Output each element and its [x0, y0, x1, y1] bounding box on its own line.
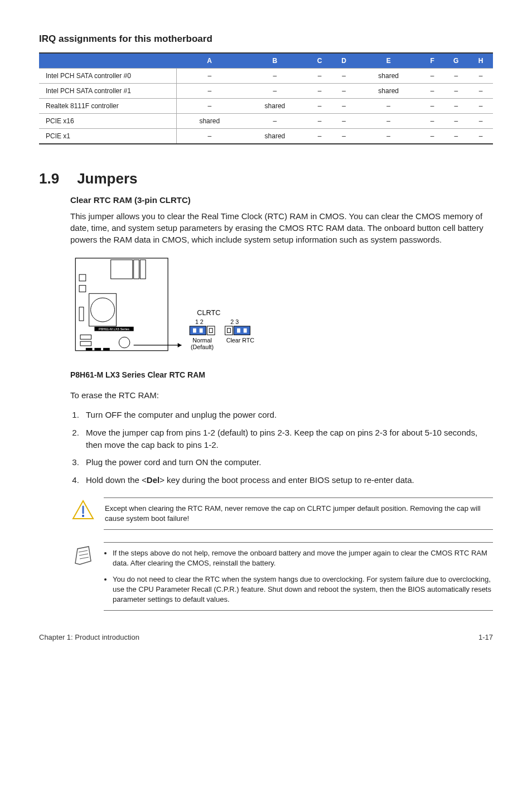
- svg-rect-18: [190, 326, 206, 335]
- cell: –: [421, 129, 443, 144]
- row-label: Intel PCH SATA controller #0: [39, 69, 177, 84]
- cell: shared: [243, 99, 308, 114]
- warning-text: Except when clearing the RTC RAM, never …: [104, 497, 493, 530]
- svg-rect-22: [209, 328, 212, 333]
- cell: –: [177, 129, 243, 144]
- col-c: C: [307, 53, 332, 69]
- warning-callout: Except when clearing the RTC RAM, never …: [70, 497, 493, 530]
- label-normal-default: (Default): [191, 344, 214, 350]
- erase-intro: To erase the RTC RAM:: [70, 389, 493, 401]
- cell: –: [468, 129, 493, 144]
- cell: –: [356, 114, 421, 129]
- cell: –: [356, 99, 421, 114]
- svg-rect-20: [200, 328, 203, 333]
- jumper-title: CLRTC: [197, 309, 220, 317]
- col-blank: [39, 53, 177, 69]
- row-label: Intel PCH SATA controller #1: [39, 84, 177, 99]
- board-label: P8H61-M LX3 Series: [99, 327, 129, 331]
- cell: –: [468, 69, 493, 84]
- cell: –: [307, 84, 332, 99]
- cell: –: [468, 84, 493, 99]
- step-1: Turn OFF the computer and unplug the pow…: [81, 409, 493, 421]
- cell: shared: [177, 114, 243, 129]
- footer-left: Chapter 1: Product introduction: [39, 633, 139, 641]
- col-f: F: [421, 53, 443, 69]
- svg-rect-6: [79, 274, 86, 281]
- irq-heading: IRQ assignments for this motherboard: [39, 33, 493, 45]
- cell: –: [443, 69, 468, 84]
- svg-line-31: [79, 550, 88, 552]
- svg-marker-17: [178, 343, 182, 347]
- note-icon: [70, 542, 96, 567]
- cell: shared: [243, 129, 308, 144]
- row-label: PCIE x1: [39, 129, 177, 144]
- svg-rect-19: [193, 328, 196, 333]
- cell: shared: [356, 69, 421, 84]
- note-2: You do not need to clear the RTC when th…: [113, 574, 492, 605]
- svg-rect-2: [134, 260, 139, 279]
- cell: –: [243, 84, 308, 99]
- svg-rect-10: [80, 341, 91, 346]
- svg-rect-1: [111, 260, 133, 279]
- cell: –: [243, 114, 308, 129]
- svg-point-4: [91, 298, 115, 322]
- svg-point-11: [119, 337, 130, 348]
- table-row: PCIE x16 shared – – – – – – –: [39, 114, 493, 129]
- cell: –: [332, 84, 356, 99]
- svg-rect-24: [227, 328, 230, 333]
- intro-paragraph: This jumper allows you to clear the Real…: [70, 210, 493, 245]
- cell: –: [421, 69, 443, 84]
- cell: –: [421, 114, 443, 129]
- note-1: If the steps above do not help, remove t…: [113, 548, 492, 568]
- label-clear: Clear RTC: [226, 337, 255, 344]
- step-2: Move the jumper cap from pins 1-2 (defau…: [81, 427, 493, 451]
- svg-line-32: [79, 554, 88, 555]
- svg-rect-9: [80, 335, 91, 339]
- cell: –: [421, 99, 443, 114]
- cell: –: [307, 69, 332, 84]
- svg-rect-23: [225, 326, 233, 335]
- step-4: Hold down the <Del> key during the boot …: [81, 474, 493, 486]
- cell: –: [332, 99, 356, 114]
- cell: –: [243, 69, 308, 84]
- cell: –: [177, 84, 243, 99]
- cell: –: [443, 99, 468, 114]
- col-b: B: [243, 53, 308, 69]
- row-label: Realtek 8111F controller: [39, 99, 177, 114]
- svg-rect-27: [244, 328, 247, 333]
- svg-rect-0: [75, 258, 168, 351]
- cell: –: [332, 114, 356, 129]
- step-3: Plug the power cord and turn ON the comp…: [81, 456, 493, 468]
- label-normal: Normal: [192, 337, 212, 344]
- col-a: A: [177, 53, 243, 69]
- cell: –: [443, 129, 468, 144]
- svg-rect-5: [89, 293, 117, 326]
- pins-clear: 2 3: [230, 318, 239, 325]
- diagram-caption: P8H61-M LX3 Series Clear RTC RAM: [70, 370, 493, 379]
- svg-rect-7: [79, 286, 86, 292]
- cell: –: [332, 69, 356, 84]
- svg-rect-13: [94, 348, 101, 351]
- cell: –: [443, 114, 468, 129]
- irq-table: A B C D E F G H Intel PCH SATA controlle…: [39, 52, 493, 144]
- svg-rect-12: [86, 348, 93, 351]
- subsection-title: Clear RTC RAM (3-pin CLRTC): [70, 195, 493, 205]
- col-d: D: [332, 53, 356, 69]
- pins-normal: 1 2: [195, 318, 204, 325]
- table-row: Intel PCH SATA controller #0 – – – – sha…: [39, 69, 493, 84]
- warning-icon: [70, 497, 96, 520]
- svg-point-30: [82, 515, 84, 517]
- svg-rect-8: [79, 307, 84, 321]
- note-callout: If the steps above do not help, remove t…: [70, 542, 493, 611]
- svg-line-33: [80, 557, 89, 559]
- section-number: 1.9: [39, 170, 59, 187]
- section-title: Jumpers: [77, 170, 137, 187]
- col-h: H: [468, 53, 493, 69]
- row-label: PCIE x16: [39, 114, 177, 129]
- svg-rect-3: [140, 260, 146, 279]
- cell: –: [332, 129, 356, 144]
- cell: –: [307, 129, 332, 144]
- svg-rect-14: [103, 348, 110, 351]
- footer-right: 1-17: [478, 633, 493, 641]
- cell: –: [307, 114, 332, 129]
